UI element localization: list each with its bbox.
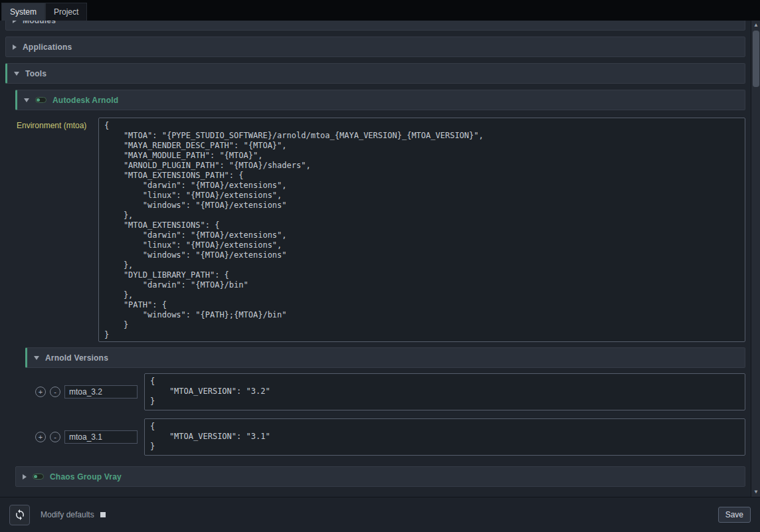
tools-section-body: Autodesk Arnold Environment (mtoa) { "MT… <box>15 90 745 487</box>
section-title-autodesk-arnold: Autodesk Arnold <box>52 96 118 105</box>
settings-window: System Project Modules Applications Tool… <box>0 0 760 532</box>
chevron-right-icon <box>13 21 17 23</box>
add-version-button[interactable]: + <box>35 387 46 397</box>
arnold-enabled-toggle[interactable] <box>35 97 47 103</box>
section-header-applications[interactable]: Applications <box>5 37 745 57</box>
modify-defaults-indicator[interactable] <box>100 512 106 517</box>
save-button[interactable]: Save <box>718 507 751 523</box>
scrollbar-up-arrow[interactable]: ▲ <box>751 21 760 30</box>
section-title-applications: Applications <box>23 43 72 52</box>
section-title-chaos-group-vray: Chaos Group Vray <box>50 472 122 482</box>
section-header-modules[interactable]: Modules <box>5 21 745 31</box>
footer-bar: Modify defaults Save <box>0 497 760 532</box>
arnold-version-row: + - { "MTOA_VERSION": "3.2" } <box>35 373 745 410</box>
settings-area: Modules Applications Tools Autodesk Arno… <box>0 21 760 497</box>
section-header-tools[interactable]: Tools <box>5 63 745 84</box>
refresh-icon <box>14 509 26 521</box>
version-name-input[interactable] <box>64 430 138 444</box>
section-title-arnold-versions: Arnold Versions <box>45 353 108 363</box>
remove-version-button[interactable]: - <box>50 387 60 397</box>
section-header-arnold-versions[interactable]: Arnold Versions <box>25 347 745 368</box>
scrollbar-down-arrow[interactable]: ▼ <box>751 488 760 497</box>
refresh-button[interactable] <box>9 505 30 525</box>
modify-defaults-label: Modify defaults <box>41 510 94 519</box>
scrollbar[interactable]: ▲ ▼ <box>751 21 760 497</box>
environment-mtoa-textarea[interactable]: { "MTOA": "{PYPE_STUDIO_SOFTWARE}/arnold… <box>98 118 745 342</box>
scrollbar-thumb[interactable] <box>753 31 759 87</box>
chevron-down-icon <box>24 98 29 102</box>
chevron-down-icon <box>34 356 39 360</box>
tab-bar: System Project <box>0 0 760 21</box>
remove-version-button[interactable]: - <box>50 432 60 442</box>
tab-project[interactable]: Project <box>45 3 87 21</box>
vray-enabled-toggle[interactable] <box>33 474 44 480</box>
chevron-right-icon <box>13 44 17 50</box>
version-value-textarea[interactable]: { "MTOA_VERSION": "3.2" } <box>144 373 745 410</box>
version-value-textarea[interactable]: { "MTOA_VERSION": "3.1" } <box>144 418 745 456</box>
section-header-autodesk-arnold[interactable]: Autodesk Arnold <box>15 90 745 110</box>
environment-mtoa-label: Environment (mtoa) <box>17 118 98 342</box>
add-version-button[interactable]: + <box>35 432 46 442</box>
section-title-modules: Modules <box>23 21 56 25</box>
chevron-right-icon <box>23 474 27 480</box>
settings-scroll-content: Modules Applications Tools Autodesk Arno… <box>0 21 751 497</box>
arnold-version-row: + - { "MTOA_VERSION": "3.1" } <box>35 418 745 456</box>
section-title-tools: Tools <box>25 69 47 78</box>
version-name-input[interactable] <box>64 385 138 399</box>
tab-system[interactable]: System <box>1 3 45 21</box>
chevron-down-icon <box>14 72 19 76</box>
section-header-chaos-group-vray[interactable]: Chaos Group Vray <box>15 466 745 487</box>
environment-field-row: Environment (mtoa) { "MTOA": "{PYPE_STUD… <box>17 118 745 342</box>
